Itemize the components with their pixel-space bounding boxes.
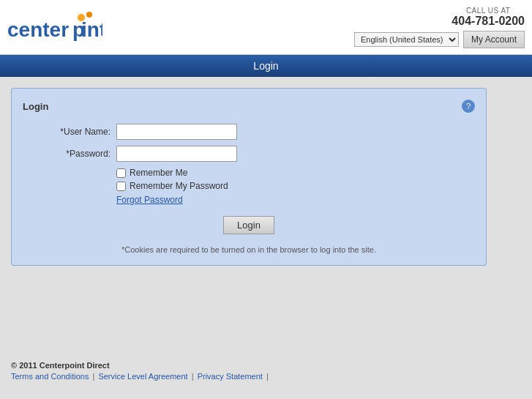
svg-text:center: center <box>7 18 69 41</box>
phone-number: 404-781-0200 <box>452 15 525 28</box>
logo-svg: center p int <box>7 7 102 48</box>
terms-link[interactable]: Terms and Conditions <box>11 372 89 381</box>
footer: © 2011 Centerpoint Direct Terms and Cond… <box>0 350 532 392</box>
username-input[interactable] <box>116 124 237 140</box>
logo: center p int <box>7 7 102 48</box>
forgot-password-link[interactable]: Forgot Password <box>116 195 183 205</box>
password-row: *Password: <box>23 146 475 162</box>
footer-copyright: © 2011 Centerpoint Direct <box>11 361 521 370</box>
username-label: *User Name: <box>23 127 110 137</box>
remember-me-row: Remember Me <box>116 168 475 178</box>
call-us-area: CALL US AT 404-781-0200 <box>452 7 525 28</box>
login-button-row: Login <box>23 216 475 234</box>
remember-password-row: Remember My Password <box>116 181 475 191</box>
login-box-header: Login ? <box>23 100 475 113</box>
service-level-link[interactable]: Service Level Agreement <box>98 372 187 381</box>
privacy-link[interactable]: Privacy Statement <box>198 372 263 381</box>
remember-me-checkbox[interactable] <box>116 168 126 178</box>
cookies-note: *Cookies are required to be turned on in… <box>23 245 475 254</box>
svg-text:int: int <box>81 18 102 41</box>
forgot-password-row: Forgot Password <box>116 194 475 205</box>
page-banner: Login <box>0 55 532 77</box>
header: center p int CALL US AT 404-781-0200 Eng… <box>0 0 532 55</box>
header-right: CALL US AT 404-781-0200 English (United … <box>354 7 525 48</box>
separator-3: | <box>266 372 269 381</box>
my-account-button[interactable]: My Account <box>463 31 525 48</box>
banner-title: Login <box>253 60 278 72</box>
login-box-title: Login <box>23 101 48 112</box>
remember-password-label: Remember My Password <box>130 181 228 191</box>
remember-me-label: Remember Me <box>130 168 187 178</box>
password-label: *Password: <box>23 149 110 159</box>
username-row: *User Name: <box>23 124 475 140</box>
footer-links: Terms and Conditions | Service Level Agr… <box>11 372 521 381</box>
separator-2: | <box>192 372 196 381</box>
help-icon[interactable]: ? <box>462 100 475 113</box>
call-us-label: CALL US AT <box>452 7 525 15</box>
login-box: Login ? *User Name: *Password: Remember … <box>11 88 487 266</box>
language-select[interactable]: English (United States) <box>354 32 459 47</box>
password-input[interactable] <box>116 146 237 162</box>
login-button[interactable]: Login <box>223 216 274 234</box>
svg-point-3 <box>86 12 92 18</box>
header-controls: English (United States) My Account <box>354 31 525 48</box>
remember-password-checkbox[interactable] <box>116 182 126 191</box>
main-content: Login ? *User Name: *Password: Remember … <box>0 77 532 277</box>
separator-1: | <box>92 372 97 381</box>
